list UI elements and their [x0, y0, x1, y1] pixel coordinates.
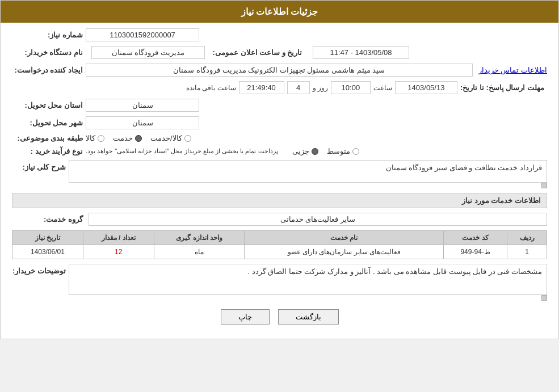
province-row: استان محل تحویل: سمنان: [12, 99, 547, 112]
radio-kala-khedmat-icon: [184, 135, 191, 142]
purchase-type-jozi[interactable]: جزیی: [292, 147, 318, 155]
category-khedmat-label: خدمت: [113, 134, 133, 142]
radio-khedmat-icon: [135, 135, 142, 142]
category-option-kala[interactable]: کالا: [86, 134, 104, 142]
service-group-value: سایر فعالیت‌های خدماتی: [89, 213, 547, 226]
purchase-type-radio-group: متوسط جزیی پرداخت تمام یا بخشی از مبلغ خ…: [86, 147, 359, 155]
table-header-row: ردیف کد خدمت نام خدمت واحد اندازه گیری ت…: [12, 231, 547, 245]
button-row: بازگشت چاپ: [12, 309, 547, 324]
announce-date-label: تاریخ و ساعت اعلان عمومی:: [211, 48, 307, 57]
description-container: قرارداد خدمت نظافت و فضای سبز فرودگاه سم…: [69, 160, 547, 188]
contact-link[interactable]: اطلاعات تماس خریدار: [478, 66, 547, 74]
description-label: شرح کلی نیاز:: [12, 160, 69, 171]
need-number-row: شماره نیاز: 1103001592000007: [12, 28, 547, 41]
col-name: نام خدمت: [245, 231, 443, 245]
agency-value: مدیریت فرودگاه سمنان: [91, 46, 205, 59]
table-header: ردیف کد خدمت نام خدمت واحد اندازه گیری ت…: [12, 231, 547, 245]
agency-label: نام دستگاه خریدار:: [12, 48, 86, 57]
services-section-title: اطلاعات خدمات مورد نیاز: [12, 193, 547, 208]
col-row: ردیف: [507, 231, 547, 245]
table-body: 1ط-94-949فعالیت‌های سایر سازمان‌های دارا…: [12, 245, 547, 259]
purchase-type-jozi-label: جزیی: [292, 147, 309, 155]
deadline-remaining-label: ساعت باقی مانده: [186, 84, 236, 92]
deadline-remaining: 21:49:40: [239, 81, 284, 94]
cell-code: ط-94-949: [443, 245, 507, 259]
purchase-type-row: نوع فرآیند خرید : متوسط جزیی پرداخت تمام…: [12, 147, 547, 155]
category-kala-khedmat-label: کالا/خدمت: [150, 134, 182, 142]
buyer-description-label: توضیحات خریدار:: [12, 264, 69, 275]
province-value: سمنان: [86, 99, 199, 112]
service-group-label: گروه خدمت:: [12, 215, 86, 224]
page-header: جزئیات اطلاعات نیاز: [1, 1, 558, 23]
purchase-type-label: نوع فرآیند خرید :: [12, 147, 86, 155]
need-number-label: شماره نیاز:: [12, 31, 86, 39]
category-option-khedmat[interactable]: خدمت: [113, 134, 142, 142]
cell-unit: ماه: [154, 245, 245, 259]
cell-date: 1403/06/01: [12, 245, 83, 259]
deadline-days-label: روز و: [313, 84, 328, 92]
category-row: طبقه بندی موضوعی: کالا/خدمت خدمت کالا: [12, 134, 547, 142]
deadline-time: 10:00: [331, 81, 371, 94]
radio-motavaset-icon: [352, 148, 359, 155]
purchase-type-note: پرداخت تمام یا بخشی از مبلغ خریداز محل "…: [86, 147, 278, 155]
radio-jozi-icon: [312, 148, 318, 155]
category-radio-group: کالا/خدمت خدمت کالا: [86, 134, 191, 142]
buyer-resize-handle-icon[interactable]: [541, 295, 547, 301]
deadline-date: 1403/05/13: [395, 81, 457, 94]
category-kala-label: کالا: [86, 134, 95, 142]
col-code: کد خدمت: [443, 231, 507, 245]
cell-quantity: 12: [83, 245, 154, 259]
announce-date-value: 1403/05/08 - 11:47: [313, 46, 409, 59]
deadline-days: 4: [287, 81, 310, 94]
cell-row: 1: [507, 245, 547, 259]
need-description-section: شرح کلی نیاز: قرارداد خدمت نظافت و فضای …: [12, 160, 547, 188]
col-unit: واحد اندازه گیری: [154, 231, 245, 245]
cell-name: فعالیت‌های سایر سازمان‌های دارای عضو: [245, 245, 443, 259]
creator-label: ایجاد کننده درخواست:: [12, 66, 86, 74]
deadline-time-label: ساعت: [373, 84, 392, 92]
category-option-kala-khedmat[interactable]: کالا/خدمت: [150, 134, 191, 142]
city-label: شهر محل تحویل:: [12, 119, 86, 127]
city-row: شهر محل تحویل: سمنان: [12, 116, 547, 129]
category-label: طبقه بندی موضوعی:: [12, 134, 86, 142]
col-date: تاریخ نیاز: [12, 231, 83, 245]
agency-announce-row: نام دستگاه خریدار: مدیریت فرودگاه سمنان …: [12, 46, 547, 59]
deadline-row: مهلت ارسال پاسخ: تا تاریخ: 1403/05/13 سا…: [12, 81, 547, 94]
buyer-description-value: مشخصات فنی در فایل پیوست قابل مشاهده می …: [69, 264, 547, 295]
content-area: شماره نیاز: 1103001592000007 نام دستگاه …: [1, 23, 558, 339]
city-value: سمنان: [86, 116, 199, 129]
creator-row: ایجاد کننده درخواست: سید میثم هاشمی مسئو…: [12, 64, 547, 77]
page-wrapper: جزئیات اطلاعات نیاز شماره نیاز: 11030015…: [0, 0, 559, 339]
col-quantity: تعداد / مقدار: [83, 231, 154, 245]
deadline-label: مهلت ارسال پاسخ: تا تاریخ:: [460, 83, 547, 92]
services-table: ردیف کد خدمت نام خدمت واحد اندازه گیری ت…: [12, 230, 547, 259]
description-value: قرارداد خدمت نظافت و فضای سبز فرودگاه سم…: [69, 160, 547, 183]
creator-value: سید میثم هاشمی مسئول تجهیزات الکترونیک م…: [86, 64, 473, 77]
purchase-type-motavaset-label: متوسط: [327, 147, 350, 155]
resize-handle-icon[interactable]: [541, 183, 547, 188]
province-label: استان محل تحویل:: [12, 101, 86, 109]
buyer-description-section: توضیحات خریدار: مشخصات فنی در فایل پیوست…: [12, 264, 547, 301]
service-group-row: گروه خدمت: سایر فعالیت‌های خدماتی: [12, 213, 547, 226]
buyer-description-container: مشخصات فنی در فایل پیوست قابل مشاهده می …: [69, 264, 547, 301]
page-title: جزئیات اطلاعات نیاز: [241, 7, 318, 16]
back-button[interactable]: بازگشت: [278, 309, 339, 324]
purchase-type-motavaset[interactable]: متوسط: [327, 147, 359, 155]
need-number-value: 1103001592000007: [86, 28, 199, 41]
radio-kala-icon: [98, 135, 104, 142]
print-button[interactable]: چاپ: [221, 309, 270, 324]
table-row: 1ط-94-949فعالیت‌های سایر سازمان‌های دارا…: [12, 245, 547, 259]
